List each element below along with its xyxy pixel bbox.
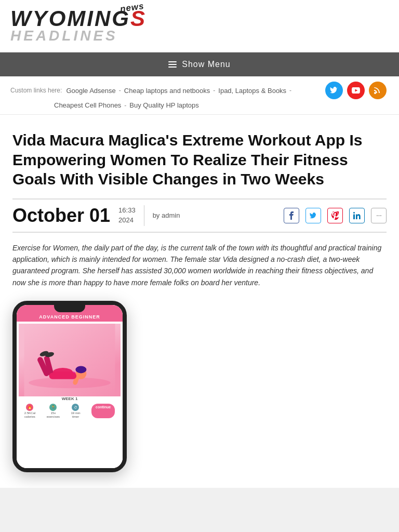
link-ipad[interactable]: Ipad, Laptops & Books (218, 87, 286, 95)
meta-divider (144, 205, 144, 226)
article-year: 2024 (118, 216, 136, 225)
custom-links-label: Custom links here: (10, 87, 62, 94)
hamburger-icon[interactable] (168, 61, 177, 68)
article-date: October 01 (12, 205, 110, 227)
article-time: 16:33 2024 (118, 206, 136, 224)
time-value: 19 min (71, 411, 80, 415)
share-more[interactable]: ··· (371, 208, 387, 223)
article-title: Vida Macura Maglica's Extreme Workout Ap… (12, 130, 387, 189)
share-facebook[interactable] (284, 208, 299, 223)
sep-2: - (213, 87, 215, 94)
article-day: 01 (89, 205, 110, 226)
phone-exercise-image (19, 324, 121, 396)
show-menu-label[interactable]: Show Menu (182, 60, 231, 69)
sep-4: - (124, 102, 126, 109)
sep-1: - (119, 87, 121, 94)
svg-point-0 (374, 92, 376, 94)
twitter-icon[interactable] (325, 82, 343, 99)
svg-rect-12 (49, 373, 77, 379)
rss-icon[interactable] (369, 82, 387, 99)
stat-time: ⏱ 19 min timer (71, 404, 80, 418)
social-icons-bar (325, 82, 387, 99)
share-linkedin[interactable] (349, 208, 365, 223)
calories-value: 2.5KCal (24, 411, 35, 415)
phone-mockup-wrapper: ADVANCED BEGINNER (12, 301, 387, 472)
time-label: timer (72, 415, 79, 418)
phone-notch (54, 305, 85, 312)
exercises-value: 15x (50, 411, 56, 415)
phone-week-label: WEEK 1 (62, 396, 78, 401)
article-intro: Exercise for Women, the daily part of th… (12, 242, 387, 289)
links-bar: Custom links here: Google Adsense - Chea… (0, 76, 399, 115)
link-cheap-laptops[interactable]: Cheap laptops and netbooks (124, 87, 210, 95)
calories-icon: 🔥 (26, 404, 33, 411)
calories-label: calories (24, 415, 35, 418)
exercises-icon: 🏃 (49, 404, 57, 411)
stat-calories: 🔥 2.5KCal calories (24, 404, 35, 418)
share-twitter[interactable] (305, 208, 321, 223)
workout-illustration (19, 324, 121, 396)
share-icons: ··· (284, 208, 387, 223)
phone-mockup: ADVANCED BEGINNER (12, 301, 127, 472)
article-time-value: 16:33 (118, 206, 136, 215)
share-pinterest[interactable] (327, 208, 343, 223)
continue-button[interactable]: continue (91, 404, 115, 418)
article-meta: October 01 16:33 2024 by admin (12, 198, 387, 233)
link-cell-phones[interactable]: Cheapest Cell Phones (54, 101, 121, 109)
phone-stats-row: 🔥 2.5KCal calories 🏃 15x exercises ⏱ (19, 404, 121, 418)
svg-point-5 (75, 366, 86, 373)
exercises-label: exercises (47, 415, 60, 418)
youtube-icon[interactable] (347, 82, 365, 99)
link-hp-laptops[interactable]: Buy Quality HP laptops (129, 101, 198, 109)
time-icon: ⏱ (72, 404, 79, 411)
article-month-text: October (12, 205, 84, 226)
phone-body: WEEK 1 🔥 2.5KCal calories 🏃 15x (17, 322, 123, 468)
link-google-adsense[interactable]: Google Adsense (66, 87, 115, 95)
article-container: Vida Macura Maglica's Extreme Workout Ap… (0, 115, 399, 488)
stat-exercises: 🏃 15x exercises (47, 404, 60, 418)
nav-bar: Show Menu (0, 52, 399, 76)
article-author: by admin (153, 211, 180, 219)
sep-3: - (289, 87, 291, 94)
phone-screen: ADVANCED BEGINNER (17, 305, 123, 468)
